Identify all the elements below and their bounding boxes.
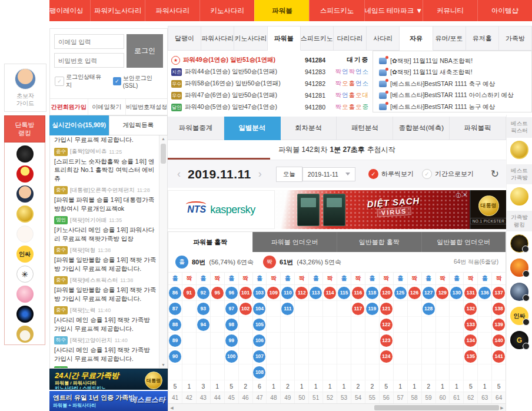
date-select[interactable]: 2019-11-11: [302, 167, 355, 181]
record-row-3[interactable]: 우수파워58승(16연승) 일반50승(1연패)941282짝오홀언소: [171, 78, 369, 90]
rank2-avatar[interactable]: [510, 258, 528, 277]
scroll-right-icon[interactable]: ▶: [498, 404, 506, 411]
feed-item-8[interactable]: 하수[잭팟]고양이펀치11:40[사다리 메인 승률 1위] 잭팟 가족방 가입…: [54, 336, 158, 363]
free-room-banner[interactable]: 24시간 무료가족방 파워볼 / 파워사다리 키노사다리 / 스피드키노 대통령: [49, 369, 168, 390]
analysis-tab-2[interactable]: 일별분석: [224, 117, 281, 140]
grid-scroll-thumb[interactable]: [374, 405, 499, 410]
chatroom-ranking-box[interactable]: 단톡방 랭킹: [4, 115, 45, 142]
notice-item-2[interactable]: [✿잭팟] 11월11일 새축조합픽!: [379, 67, 526, 79]
nav-item-3[interactable]: 파워사다리: [145, 0, 200, 21]
chart-tab-4[interactable]: 일반볼합 언더오버: [422, 232, 506, 252]
feed-item-5[interactable]: 중수[잭팟]덕형11:38[파워볼 일반볼합 승률 1위] 잭팟 가족방 가입시…: [54, 246, 158, 273]
feed-item-7[interactable]: 중수[잭팟]노력11:40[사다리 메인 승률 1위] 잭팟 가족방 가입시 무…: [54, 306, 158, 333]
game-tab-8[interactable]: 자유: [400, 26, 433, 51]
scroll-up-icon[interactable]: ▲: [159, 137, 167, 141]
feed-item-6[interactable]: 중수[잭팟]베스트픽스터11:38[파워볼 일반볼합 승률 1위] 잭팟 가족방…: [54, 276, 158, 303]
game-tab-5[interactable]: 스피드키노: [301, 26, 334, 51]
prev-date-arrow[interactable]: ‹: [175, 168, 183, 180]
dark-glow-avatar[interactable]: [16, 306, 34, 323]
chart-tab-3[interactable]: 일반볼합 홀짝: [337, 232, 422, 252]
emblem-avatar[interactable]: ✳: [16, 266, 34, 283]
notice-item-1[interactable]: [✿잭팟] 11월11일 NBA조합픽!: [379, 55, 526, 67]
notice-item-4[interactable]: [베스트스타]BestSTAR 1111 아이스하키 예상: [379, 90, 526, 102]
insa-avatar[interactable]: 인싸: [16, 246, 34, 263]
notice-item-5[interactable]: [베스트스타]BestSTAR 1111 농구 예상: [379, 101, 526, 113]
record-row-4[interactable]: 우수파워47승(6연승) 일반50승(1연패)941281짝언홀오대: [171, 90, 369, 101]
rank4-avatar[interactable]: 인싸: [510, 307, 528, 325]
next-date-arrow[interactable]: ›: [256, 168, 264, 180]
game-tab-1[interactable]: 달팽이: [168, 26, 201, 51]
nav-item-9[interactable]: 아이템샵: [477, 0, 532, 21]
feed-tab-1[interactable]: 실시간이슈(15,909): [49, 115, 109, 135]
feed-item-4[interactable]: 명인[잭팟]여기어때11:35[키노사다리 메인 승률 1위] 파워사다리 무료…: [54, 216, 158, 243]
grid-cell: 101: [239, 285, 252, 301]
chart-tab-1[interactable]: 파워볼 홀짝: [168, 232, 253, 252]
record-row-2[interactable]: 지존파워44승(1연승) 일반50승(1연패)941283짝언짝언소: [171, 66, 369, 78]
gold-medal-avatar[interactable]: [16, 206, 34, 223]
chart-tab-2[interactable]: 파워볼 언더오버: [253, 232, 338, 252]
rank5-avatar[interactable]: G: [510, 331, 528, 349]
game-tab-10[interactable]: 유저홀: [466, 26, 499, 51]
nav-item-7[interactable]: 네임드 테마파크 ▼: [364, 0, 423, 21]
keep-login-checkbox[interactable]: ✓: [55, 77, 64, 86]
beststar-banner[interactable]: 엔트리 유일 1년 인증 가족방 파워볼 + 파워사다리 베스트스타: [49, 391, 168, 411]
nav-item-6[interactable]: 스피드키노: [309, 0, 364, 21]
red-crest-avatar[interactable]: [16, 165, 34, 183]
login-link-3[interactable]: 비밀번호재설정: [126, 99, 167, 115]
game-tab-2[interactable]: 파워사다리: [201, 26, 234, 51]
nav-item-8[interactable]: 커뮤니티: [423, 0, 477, 21]
login-button[interactable]: 로그인: [127, 34, 163, 68]
nav-item-5[interactable]: 파워볼: [254, 0, 309, 21]
column-header: 홀: [450, 273, 463, 285]
record-row-1[interactable]: ★파워49승(1연승) 일반51승(1연패)941284대기중: [171, 54, 369, 66]
best-room-coin[interactable]: [510, 187, 528, 206]
character-face-avatar[interactable]: [16, 185, 34, 203]
login-link-2[interactable]: 이메일찾기: [88, 99, 127, 115]
nav-item-4[interactable]: 키노사다리: [200, 0, 254, 21]
password-field[interactable]: [54, 53, 124, 68]
calligraphy-avatar[interactable]: [16, 226, 34, 243]
ssl-checkbox[interactable]: ✓: [113, 77, 121, 85]
ad-info-icon[interactable]: ⓘ: [455, 192, 461, 200]
range-view-radio[interactable]: ✓: [422, 169, 432, 179]
analysis-tab-5[interactable]: 종합분석(예측): [393, 117, 450, 140]
analysis-tab-6[interactable]: 파워볼픽: [450, 117, 506, 140]
best-pickster-medal[interactable]: [510, 141, 528, 159]
beginner-guide[interactable]: 초보자 가이드: [4, 64, 46, 112]
black-club-avatar[interactable]: [16, 145, 34, 163]
feed-scrollbar[interactable]: ▲ ▼: [159, 135, 167, 368]
analysis-tab-3[interactable]: 회차분석: [281, 117, 337, 140]
game-tab-3[interactable]: 키노사다리: [234, 26, 267, 51]
pink-character-avatar[interactable]: [16, 286, 34, 303]
ad-close-icon[interactable]: ✕: [463, 192, 467, 200]
ad-banner[interactable]: NTS kaspersky DIỆT SẠCH VIRUS ⓘ ✕ 대통령 NO…: [168, 190, 506, 229]
game-tab-7[interactable]: 사다리: [367, 26, 400, 51]
banner1-lines: 파워볼 / 파워사다리 키노사다리 / 스피드키노: [55, 380, 106, 390]
scroll-left-icon[interactable]: ◀: [168, 404, 175, 411]
game-tab-11[interactable]: 가족방: [499, 26, 532, 51]
today-button[interactable]: 오늘: [276, 167, 302, 182]
feed-item-3[interactable]: 중수[대통령]오른쪽수면제펀치11:28[파워볼 파워볼 승률 1위] 대통령가…: [54, 186, 158, 213]
crown-emblem-avatar[interactable]: [16, 326, 34, 343]
feed-tab-2[interactable]: 게임픽등록: [109, 115, 168, 135]
scroll-down-icon[interactable]: ▼: [159, 363, 167, 367]
analysis-tab-4[interactable]: 패턴분석: [337, 117, 393, 140]
game-tab-6[interactable]: 다리다리: [334, 26, 367, 51]
feed-scroll-thumb[interactable]: [161, 144, 166, 164]
game-tab-4[interactable]: 파워볼: [268, 26, 301, 51]
nav-item-2[interactable]: 파워키노사다리: [90, 0, 145, 21]
grid-h-scrollbar[interactable]: ◀ ▶: [168, 403, 506, 411]
feed-item-1[interactable]: [사다리 메인 승률 1위] 잭팟 가족방 가입시 무료프젝 제공합니다.: [54, 135, 158, 144]
daily-view-radio[interactable]: ✓: [368, 169, 378, 179]
rank3-avatar[interactable]: [510, 283, 528, 301]
game-tab-9[interactable]: 유머/포토: [433, 26, 466, 51]
notice-item-3[interactable]: [베스트스타]BestSTAR 1111 축구 예상: [379, 78, 526, 90]
feed-item-2[interactable]: 중수[홀짝]양에비츄11:25[스피드키노 숫자합홀짝 승률 1위] 엔트리최강…: [54, 148, 158, 183]
rank1-emblem[interactable]: [510, 234, 528, 253]
login-link-1[interactable]: 간편회원가입: [50, 99, 88, 115]
pickster-ad-tile[interactable]: 대통령 NO.1 PICKSTER: [470, 190, 506, 229]
refresh-icon[interactable]: ↻: [491, 168, 499, 180]
email-field[interactable]: [54, 34, 124, 49]
analysis-tab-1[interactable]: 파워볼중계: [168, 117, 224, 140]
record-row-5[interactable]: 달인파워40승(5연승) 일반47승(1연승)941280짝오홀오중: [171, 101, 369, 113]
